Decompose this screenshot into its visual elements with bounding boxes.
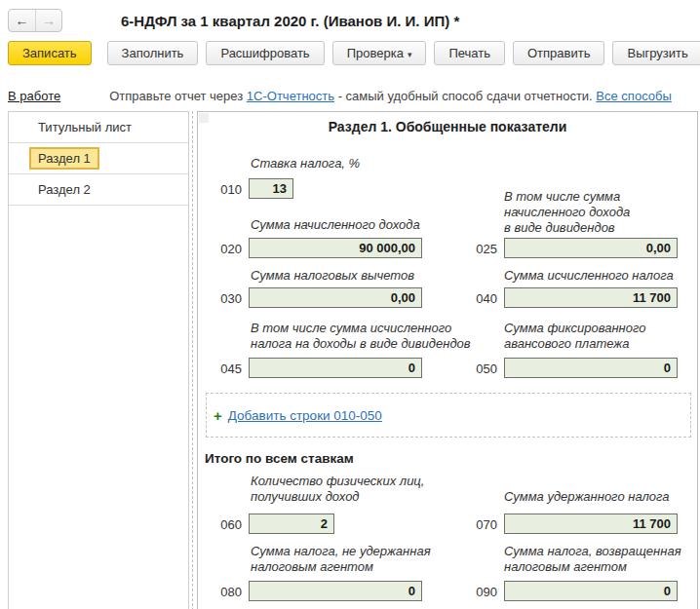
field-010[interactable]: 13 — [249, 178, 293, 199]
title-bar: ← → 6-НДФЛ за 1 квартал 2020 г. (Иванов … — [0, 0, 700, 33]
report-window: ← → 6-НДФЛ за 1 квартал 2020 г. (Иванов … — [0, 0, 700, 609]
fill-button[interactable]: Заполнить — [107, 41, 199, 65]
status-text-before: Отправьте отчет через — [109, 89, 247, 103]
field-040[interactable]: 11 700 — [504, 287, 678, 308]
field-020[interactable]: 90 000,00 — [249, 238, 422, 258]
field-code-070: 070 — [458, 517, 497, 532]
sidebar-item-section-1[interactable]: Раздел 1 — [9, 143, 188, 174]
field-070[interactable]: 11 700 — [504, 514, 678, 534]
all-methods-link[interactable]: Все способы — [596, 89, 671, 103]
sidebar-item-label: Титульный лист — [38, 120, 132, 134]
field-label-030: Сумма налоговых вычетов — [251, 268, 414, 284]
sidebar-item-section-2[interactable]: Раздел 2 — [9, 174, 188, 206]
add-rows-link[interactable]: Добавить строки 010-050 — [228, 408, 382, 423]
field-060[interactable]: 2 — [249, 514, 334, 534]
totals-heading: Итого по всем ставкам — [205, 451, 354, 466]
field-code-030: 030 — [203, 291, 242, 306]
field-label-080: Сумма налога, не удержанная налоговым аг… — [251, 544, 431, 575]
1c-reporting-link[interactable]: 1С-Отчетность — [247, 89, 334, 103]
status-message: Отправьте отчет через 1С-Отчетность - са… — [109, 89, 672, 103]
chevron-down-icon: ▾ — [408, 50, 412, 59]
field-090[interactable]: 0 — [504, 581, 678, 601]
sidebar-item-label-selected: Раздел 1 — [29, 147, 99, 170]
field-050[interactable]: 0 — [504, 358, 678, 378]
add-rows-box: + Добавить строки 010-050 — [206, 393, 691, 438]
check-button-label: Проверка — [347, 46, 404, 60]
forward-arrow-icon: → — [42, 13, 56, 28]
field-code-010: 010 — [203, 182, 242, 197]
field-label-090: Сумма налога, возвращенная налоговым аге… — [504, 544, 681, 575]
check-dropdown-button[interactable]: Проверка▾ — [332, 41, 427, 65]
field-code-040: 040 — [458, 291, 497, 306]
sections-sidebar: Титульный лист Раздел 1 Раздел 2 — [8, 111, 189, 609]
report-state-link[interactable]: В работе — [8, 89, 60, 103]
forward-button[interactable]: → — [35, 10, 61, 31]
field-080[interactable]: 0 — [249, 581, 422, 601]
add-plus-icon: + — [214, 407, 222, 424]
field-code-060: 060 — [203, 517, 242, 532]
field-label-045: В том числе сумма исчисленного налога на… — [251, 321, 471, 352]
save-button[interactable]: Записать — [8, 41, 92, 65]
back-arrow-icon: ← — [16, 13, 29, 28]
field-label-010: Ставка налога, % — [251, 156, 360, 171]
sidebar-item-title-page[interactable]: Титульный лист — [9, 112, 188, 143]
toolbar: Записать Заполнить Расшифровать Проверка… — [0, 33, 700, 65]
field-label-020: Сумма начисленного дохода — [251, 217, 420, 233]
section-title: Раздел 1. Обобщенные показатели — [198, 119, 697, 134]
field-045[interactable]: 0 — [249, 358, 422, 378]
field-code-050: 050 — [458, 362, 497, 376]
field-code-025: 025 — [458, 242, 497, 256]
status-bar: В работе Отправьте отчет через 1С-Отчетн… — [0, 65, 700, 111]
field-025[interactable]: 0,00 — [504, 238, 678, 258]
field-030[interactable]: 0,00 — [249, 287, 422, 308]
history-nav-group: ← → — [8, 9, 62, 32]
field-label-025: В том числе сумма начисленного дохода в … — [504, 189, 630, 236]
field-code-020: 020 — [203, 242, 242, 256]
decipher-button[interactable]: Расшифровать — [206, 41, 324, 65]
field-label-050: Сумма фиксированного авансового платежа — [504, 321, 645, 352]
print-button[interactable]: Печать — [434, 41, 505, 65]
export-button[interactable]: Выгрузить — [612, 41, 700, 65]
back-button[interactable]: ← — [9, 10, 35, 31]
field-code-080: 080 — [203, 585, 242, 599]
section1-form-panel: Раздел 1. Обобщенные показатели Ставка н… — [197, 111, 698, 609]
field-label-040: Сумма исчисленного налога — [504, 268, 674, 284]
field-label-060: Количество физических лиц, получивших до… — [251, 474, 424, 505]
sidebar-splitter[interactable] — [189, 111, 197, 609]
field-code-090: 090 — [458, 585, 497, 599]
window-body: Титульный лист Раздел 1 Раздел 2 Раздел … — [8, 111, 700, 609]
send-button[interactable]: Отправить — [513, 41, 604, 65]
status-text-middle: - самый удобный способ сдачи отчетности. — [334, 89, 596, 103]
sidebar-item-label: Раздел 2 — [38, 182, 91, 197]
page-title: 6-НДФЛ за 1 квартал 2020 г. (Иванов И. И… — [121, 13, 459, 29]
field-code-045: 045 — [203, 362, 242, 376]
field-label-070: Сумма удержанного налога — [504, 489, 670, 505]
